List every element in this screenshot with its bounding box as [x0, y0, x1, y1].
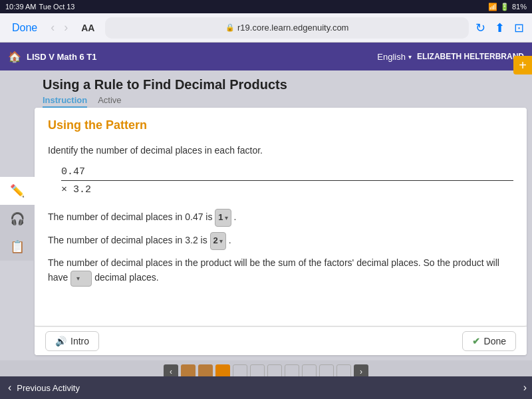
factor2: × 3.2 — [61, 180, 513, 198]
status-bar: 10:39 AM Tue Oct 13 📶 🔋 81% — [0, 0, 532, 13]
language-selector[interactable]: English ▾ — [377, 52, 412, 62]
factor1: 0.47 — [61, 164, 513, 180]
bottom-bar: 🔊 Intro ✔ Done — [35, 326, 527, 355]
safari-done-button[interactable]: Done — [8, 19, 41, 37]
plus-button[interactable]: + — [513, 56, 532, 74]
battery-percent: 81% — [512, 3, 527, 11]
content-wrapper: Using a Rule to Find Decimal Products In… — [0, 70, 532, 399]
reload-button[interactable]: ↻ — [475, 21, 485, 35]
statement3-post: decimal places. — [94, 272, 159, 283]
page-tabs: Instruction Active — [43, 95, 511, 108]
statement2-pre: The number of decimal places in 3.2 is — [48, 235, 207, 245]
forward-button[interactable]: › — [61, 19, 70, 36]
url-text: r19.core.learn.edgenuity.com — [237, 23, 348, 33]
status-right: 📶 🔋 81% — [488, 3, 527, 11]
statement2-row: The number of decimal places in 3.2 is 2… — [48, 232, 513, 250]
dropdown1-value: 1 — [218, 211, 223, 225]
chevron-down-icon: ▾ — [76, 273, 80, 284]
chevron-down-icon: ▾ — [225, 213, 228, 223]
main-area: ✏️ 🎧 📋 Using the Pattern Identify the nu… — [0, 108, 532, 360]
safari-actions: ↻ ⬆ ⊡ — [475, 21, 524, 35]
statement1-pre: The number of decimal places in 0.47 is — [48, 212, 212, 223]
language-label: English — [377, 52, 406, 62]
math-factor-display: 0.47 × 3.2 — [61, 164, 513, 198]
safari-nav: ‹ › — [48, 19, 70, 36]
chevron-down-icon: ▾ — [219, 236, 223, 247]
content-card: Using the Pattern Identify the number of… — [35, 108, 527, 326]
app-header: 🏠 LISD V Math 6 T1 English ▾ ELIZABETH H… — [0, 43, 532, 70]
checkmark-icon: ✔ — [472, 336, 480, 346]
done-label: Done — [484, 336, 506, 346]
sidebar-icon-headphones[interactable]: 🎧 — [0, 205, 35, 233]
card-body: Identify the number of decimal places in… — [48, 143, 513, 287]
done-button[interactable]: ✔ Done — [462, 331, 516, 351]
intro-button[interactable]: 🔊 Intro — [45, 331, 99, 351]
footer-forward-arrow[interactable]: › — [523, 382, 527, 394]
statement1-post: . — [233, 212, 236, 223]
safari-bar: Done ‹ › AA 🔒 r19.core.learn.edgenuity.c… — [0, 13, 532, 43]
card-heading: Using the Pattern — [48, 118, 513, 132]
speaker-icon: 🔊 — [55, 336, 66, 346]
aa-button[interactable]: AA — [77, 20, 98, 36]
statement3-row: The number of decimal places in the prod… — [48, 255, 513, 287]
share-button[interactable]: ⬆ — [495, 21, 505, 35]
intro-text: Identify the number of decimal places in… — [48, 143, 513, 158]
tab-instruction[interactable]: Instruction — [43, 95, 87, 108]
status-time: 10:39 AM — [5, 3, 36, 11]
wifi-icon: 📶 — [488, 3, 497, 11]
statement2-post: . — [229, 235, 231, 245]
statement1-row: The number of decimal places in 0.47 is … — [48, 209, 513, 227]
dropdown2-value: 2 — [213, 234, 218, 248]
status-day: Tue Oct 13 — [39, 3, 74, 11]
footer: ‹ Previous Activity › — [0, 376, 532, 399]
bookmark-button[interactable]: ⊡ — [514, 21, 524, 35]
page-title: Using a Rule to Find Decimal Products — [43, 77, 511, 92]
sidebar-icon-clipboard[interactable]: 📋 — [0, 233, 35, 261]
lock-icon: 🔒 — [225, 23, 235, 32]
dropdown1[interactable]: 1 ▾ — [215, 209, 231, 227]
app-header-right: English ▾ ELIZABETH HELTERBRAND — [377, 52, 524, 62]
sidebar: ✏️ 🎧 📋 — [0, 177, 35, 261]
home-icon[interactable]: 🏠 — [8, 51, 21, 63]
back-button[interactable]: ‹ — [48, 19, 57, 36]
footer-back-arrow[interactable]: ‹ — [8, 382, 11, 394]
dropdown2[interactable]: 2 ▾ — [210, 232, 226, 250]
tab-active[interactable]: Active — [98, 95, 121, 108]
dropdown3[interactable]: ▾ — [70, 271, 92, 287]
url-bar[interactable]: 🔒 r19.core.learn.edgenuity.com — [105, 17, 469, 39]
app-header-left: 🏠 LISD V Math 6 T1 — [8, 51, 96, 63]
user-name: ELIZABETH HELTERBRAND — [417, 52, 524, 61]
app-title: LISD V Math 6 T1 — [27, 52, 96, 62]
sidebar-icon-pencil[interactable]: ✏️ — [0, 177, 35, 205]
battery-icon: 🔋 — [500, 3, 509, 11]
chevron-down-icon: ▾ — [408, 53, 412, 61]
intro-label: Intro — [70, 336, 89, 346]
footer-label: Previous Activity — [17, 383, 80, 393]
page-title-section: Using a Rule to Find Decimal Products In… — [0, 70, 532, 108]
status-left: 10:39 AM Tue Oct 13 — [5, 3, 75, 11]
